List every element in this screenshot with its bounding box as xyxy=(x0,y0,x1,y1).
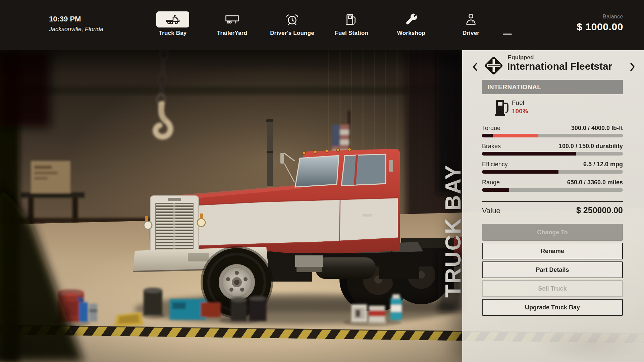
fuel-value: 100% xyxy=(512,108,528,115)
tab-traileryard[interactable]: TrailerYard xyxy=(204,11,261,37)
truck-details-panel: Equipped International Fleetstar INTERNA… xyxy=(462,50,644,362)
balance-label: Balance xyxy=(577,13,623,20)
game-screen: TRUCK BAY 10:39 PM Jacksonville, Florida… xyxy=(0,0,644,362)
divider xyxy=(482,201,623,202)
tab-workshop[interactable]: Workshop xyxy=(383,11,440,37)
tab-label: TrailerYard xyxy=(217,30,247,37)
active-tab-pill xyxy=(156,11,189,27)
upgrade-truck-bay-button[interactable]: Upgrade Truck Bay xyxy=(482,299,623,316)
brand-badge-text: INTERNATIONAL xyxy=(487,83,541,91)
stat-bar xyxy=(482,134,623,137)
stat-torque: Torque 300.0 / 4000.0 lb-ft xyxy=(482,125,623,137)
truck-icon xyxy=(165,12,180,27)
action-buttons: Change To Rename Part Details Sell Truck… xyxy=(482,224,623,318)
stat-range: Range 650.0 / 3360.0 miles xyxy=(482,179,623,192)
truck-bay-watermark: TRUCK BAY xyxy=(441,164,466,298)
rename-button[interactable]: Rename xyxy=(482,243,623,259)
alarm-clock-icon xyxy=(284,12,300,27)
tab-label: Fuel Station xyxy=(335,30,368,37)
stat-bar xyxy=(482,188,623,192)
trailer-icon xyxy=(224,12,240,27)
balance-block: Balance $ 1000.00 xyxy=(577,13,623,33)
top-nav-bar: 10:39 PM Jacksonville, Florida Truck Bay xyxy=(0,0,644,50)
stat-value: 6.5 / 12.0 mpg xyxy=(583,161,623,168)
value-label: Value xyxy=(482,206,500,215)
international-logo-icon xyxy=(483,55,504,76)
stat-bar xyxy=(482,152,623,156)
stat-label: Efficiency xyxy=(482,161,508,168)
balance-value: $ 1000.00 xyxy=(577,21,623,33)
stat-efficiency: Efficiency 6.5 / 12.0 mpg xyxy=(482,161,623,174)
stat-value: 100.0 / 150.0 durability xyxy=(559,143,623,149)
driver-icon xyxy=(463,12,479,27)
value-row: Value $ 250000.00 xyxy=(482,205,623,215)
clock-time: 10:39 PM xyxy=(49,15,103,23)
tab-label: Driver's Lounge xyxy=(270,30,314,37)
wrench-icon xyxy=(404,12,419,27)
stat-brakes: Brakes 100.0 / 150.0 durability xyxy=(482,143,623,156)
brand-badge: INTERNATIONAL xyxy=(482,80,623,94)
time-location-block: 10:39 PM Jacksonville, Florida xyxy=(49,15,103,33)
truck-name: International Fleetstar xyxy=(507,61,612,72)
stat-label: Brakes xyxy=(482,143,501,149)
fuel-pump-icon xyxy=(344,12,359,27)
tab-truck-bay[interactable]: Truck Bay xyxy=(144,11,201,37)
tab-label: Workshop xyxy=(397,30,425,37)
next-truck-chevron-icon[interactable] xyxy=(630,62,635,71)
stat-label: Range xyxy=(482,179,500,186)
truck-stats: Torque 300.0 / 4000.0 lb-ft Brakes 100.0… xyxy=(482,125,623,197)
location-text: Jacksonville, Florida xyxy=(49,26,103,33)
stat-bar xyxy=(482,170,623,174)
equipped-label: Equipped xyxy=(508,54,534,61)
sell-truck-button[interactable]: Sell Truck xyxy=(482,280,623,297)
previous-truck-chevron-icon[interactable] xyxy=(472,62,478,71)
stat-value: 300.0 / 4000.0 lb-ft xyxy=(571,125,623,131)
nav-underscore xyxy=(503,34,512,35)
tab-driver[interactable]: Driver xyxy=(442,11,499,37)
value-amount: $ 250000.00 xyxy=(576,205,623,215)
fuel-gauge-icon xyxy=(495,99,509,117)
tab-fuel-station[interactable]: Fuel Station xyxy=(323,11,380,37)
tab-drivers-lounge[interactable]: Driver's Lounge xyxy=(264,11,321,37)
stat-label: Torque xyxy=(482,125,500,131)
change-to-button[interactable]: Change To xyxy=(482,224,623,241)
part-details-button[interactable]: Part Details xyxy=(482,261,623,278)
tab-label: Driver xyxy=(463,30,479,37)
stat-value: 650.0 / 3360.0 miles xyxy=(567,179,623,186)
tab-label: Truck Bay xyxy=(159,30,186,37)
fuel-label: Fuel xyxy=(512,99,524,107)
